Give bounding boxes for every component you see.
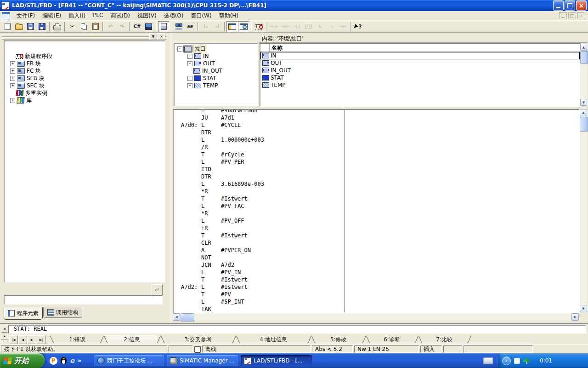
code-horizontal-scrollbar[interactable]: ◀ ▶ <box>173 313 579 321</box>
pane-drag-handle[interactable] <box>2 34 166 39</box>
table-row-in[interactable]: IN <box>260 52 580 59</box>
goto-next-error-button[interactable]: »! <box>211 21 223 32</box>
last-message-button[interactable]: ▶| <box>37 335 45 344</box>
code-line[interactable]: CLR <box>181 239 579 247</box>
scroll-left-icon[interactable]: ◀ <box>173 313 180 321</box>
pps-icon[interactable]: P <box>50 357 57 365</box>
code-line[interactable]: A#PVPER_ON <box>181 247 579 254</box>
pane-close-button[interactable]: × <box>158 33 165 40</box>
minimize-button[interactable] <box>553 0 564 11</box>
next-message-button[interactable]: ▶ <box>28 335 36 344</box>
tree-item-iface-temp[interactable]: +TEMP <box>175 82 257 89</box>
expand-icon[interactable]: + <box>187 83 192 88</box>
tab-modify[interactable]: 5:修改 <box>314 335 362 344</box>
paste-button[interactable] <box>90 21 101 32</box>
program-elements-tree[interactable]: 新建程序段+FB 块+FC 块+SFB 块+SFC 块多重实例+库 <box>4 40 165 282</box>
scroll-up-icon[interactable]: ▲ <box>580 44 587 51</box>
tray-collapse-icon[interactable]: ‹ <box>502 356 511 365</box>
code-line[interactable]: ITD <box>181 166 579 173</box>
menu-plc[interactable]: PLC <box>89 11 107 21</box>
task-lad-stl-fbd[interactable]: LAD/STL/FBD - [... <box>241 355 312 366</box>
jump-to-detail-button[interactable]: ↵ <box>152 284 163 295</box>
mdi-close-button[interactable]: × <box>577 12 585 19</box>
variable-table[interactable]: 名称 INOUTIN_OUTSTATTEMP <box>260 43 581 107</box>
overview-pane-toggle-button[interactable] <box>226 21 238 32</box>
copy-button[interactable] <box>78 21 90 32</box>
code-line[interactable]: T#rCycle <box>181 151 579 158</box>
close-button[interactable]: × <box>576 0 587 11</box>
task-forum[interactable]: 西门子工控论坛 ... <box>94 355 164 366</box>
open-branch-button[interactable]: ↳ <box>314 21 326 32</box>
code-line[interactable]: T#Istwert <box>181 232 579 239</box>
tree-item-iface-stat[interactable]: +STAT <box>175 75 257 82</box>
code-line[interactable]: +R <box>181 224 579 232</box>
expand-icon[interactable]: + <box>10 69 15 74</box>
open-file-button[interactable] <box>13 21 25 32</box>
monitor-on-off-button[interactable] <box>158 21 170 32</box>
code-line[interactable]: A7d0:L#CYCLE <box>181 121 579 129</box>
contact-nc-button[interactable]: ⊣/⊢ <box>280 21 291 32</box>
menu-debug[interactable]: 调试(D) <box>107 11 134 21</box>
table-row-out[interactable]: OUT <box>260 59 580 67</box>
table-row-in-out[interactable]: IN_OUT <box>260 67 580 74</box>
keyboard-language-icon[interactable] <box>483 357 493 364</box>
first-message-button[interactable]: |◀ <box>9 335 18 344</box>
tree-item-sfb-blocks[interactable]: +SFB 块 <box>5 75 164 82</box>
code-line[interactable]: *R <box>181 210 579 217</box>
menu-file[interactable]: 文件(F) <box>13 11 39 21</box>
goto-previous-error-button[interactable]: !« <box>200 21 211 32</box>
code-line[interactable]: L#PV_FAC <box>181 202 579 210</box>
tree-item-iface-in[interactable]: +IN <box>175 52 257 60</box>
undo-button[interactable]: ↶ <box>105 21 116 32</box>
pane-menu-button[interactable]: ▼ <box>149 33 157 40</box>
code-line[interactable]: JCNA7d2 <box>181 261 579 269</box>
code-line[interactable]: T#Istwert <box>181 276 579 283</box>
close-branch-button[interactable]: ↰ <box>326 21 337 32</box>
document-icon[interactable] <box>2 12 10 19</box>
code-line[interactable]: DTR <box>181 129 579 136</box>
save-button[interactable] <box>36 21 48 32</box>
table-scrollbar[interactable]: ▲ ▼ <box>580 44 587 106</box>
menu-options[interactable]: 选项(O) <box>160 11 187 21</box>
expand-icon[interactable]: + <box>187 76 192 81</box>
table-row-temp[interactable]: TEMP <box>260 81 580 89</box>
tab-program-elements[interactable]: 程序元素 <box>4 307 43 320</box>
code-line[interactable]: L3.616898e-003 <box>181 180 579 188</box>
tab-info[interactable]: 2:信息 <box>107 335 157 344</box>
code-line[interactable]: DTR <box>181 173 579 180</box>
scroll-thumb[interactable] <box>181 313 194 322</box>
code-vertical-scrollbar[interactable]: ▲ ▼ <box>580 109 587 312</box>
cut-button[interactable]: ✂ <box>67 21 78 32</box>
code-line[interactable]: L#PV_OFF <box>181 217 579 224</box>
code-line[interactable]: L#PV_IN <box>181 269 579 276</box>
scroll-thumb[interactable] <box>580 51 588 64</box>
download-to-plc-button[interactable] <box>143 21 154 32</box>
tab-diagnostics[interactable]: 6:诊断 <box>369 335 415 344</box>
quick-launch-overflow-icon[interactable]: » <box>78 357 81 364</box>
output-close-button[interactable]: × <box>1 326 8 333</box>
connection-button[interactable] <box>173 21 185 32</box>
expand-icon[interactable]: + <box>10 61 15 66</box>
scroll-thumb[interactable] <box>580 117 588 132</box>
tree-item-fc-blocks[interactable]: +FC 块 <box>5 67 164 75</box>
expand-icon[interactable]: + <box>10 98 15 103</box>
table-row-stat[interactable]: STAT <box>260 74 580 81</box>
code-line[interactable]: NOT <box>181 254 579 261</box>
expand-icon[interactable]: + <box>10 76 15 81</box>
tree-item-iface-in-out[interactable]: IN_OUT <box>175 67 257 75</box>
connector-button[interactable]: ⊣⊢ <box>337 21 349 32</box>
menu-help[interactable]: 帮助(H) <box>215 11 242 21</box>
code-line[interactable]: =#sbArwLLmon <box>181 110 579 114</box>
antivirus-umbrella-icon[interactable] <box>523 357 530 364</box>
tree-item-sfc-blocks[interactable]: +SFC 块 <box>5 82 164 89</box>
tree-item-new-network-segment[interactable]: 新建程序段 <box>5 52 164 60</box>
code-line[interactable]: L#SP_INT <box>181 298 579 305</box>
internet-explorer-icon[interactable]: e <box>70 356 74 365</box>
detail-view-toggle-button[interactable] <box>238 21 249 32</box>
empty-box-button[interactable]: ?? <box>303 21 314 32</box>
start-button[interactable]: 开始 <box>0 353 45 368</box>
collapse-icon[interactable]: - <box>177 46 182 52</box>
help-pointer-button[interactable]: ? <box>352 21 364 32</box>
stl-code-editor[interactable]: =#sbArwLLmonJUA7d1A7d0:L#CYCLEDTRL1.0000… <box>173 109 580 313</box>
tray-app-icon[interactable] <box>514 358 520 364</box>
